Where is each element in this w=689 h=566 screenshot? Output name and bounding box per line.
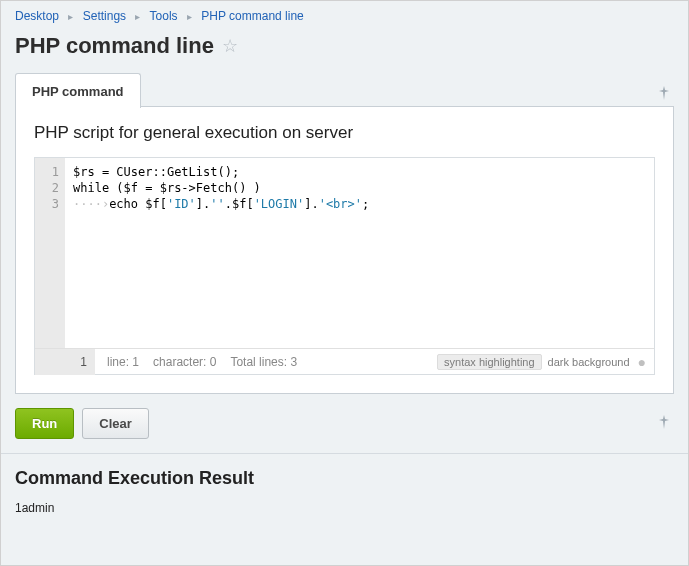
breadcrumb-item-current[interactable]: PHP command line <box>201 9 304 23</box>
tab-filler <box>141 71 654 107</box>
code-editor[interactable]: 1 2 3 $rs = CUser::GetList(); while ($f … <box>34 157 655 375</box>
editor-gutter: 1 2 3 <box>35 158 65 348</box>
code-line: $rs = CUser::GetList(); <box>73 165 239 179</box>
code-text: ; <box>362 197 369 211</box>
editor-status-bar: 1 line: 1 character: 0 Total lines: 3 sy… <box>35 348 654 374</box>
page-title: PHP command line <box>15 33 214 59</box>
code-text: .$f[ <box>225 197 254 211</box>
tab-php-command[interactable]: PHP command <box>15 73 141 108</box>
code-string: 'ID' <box>167 197 196 211</box>
editor-body[interactable]: 1 2 3 $rs = CUser::GetList(); while ($f … <box>35 158 654 348</box>
line-number: 2 <box>35 180 59 196</box>
status-info: line: 1 character: 0 Total lines: 3 <box>95 355 309 369</box>
status-total: Total lines: 3 <box>230 355 297 369</box>
syntax-highlighting-toggle[interactable]: syntax highlighting <box>437 354 542 370</box>
button-row: Run Clear <box>1 394 688 447</box>
status-line: line: 1 <box>107 355 139 369</box>
chevron-right-icon: ▸ <box>68 11 73 22</box>
code-text: ]. <box>304 197 318 211</box>
chevron-right-icon: ▸ <box>135 11 140 22</box>
code-string: 'LOGIN' <box>254 197 305 211</box>
code-text: echo $f[ <box>109 197 167 211</box>
clear-button[interactable]: Clear <box>82 408 149 439</box>
code-string: '<br>' <box>319 197 362 211</box>
breadcrumb: Desktop ▸ Settings ▸ Tools ▸ PHP command… <box>1 1 688 27</box>
line-number: 1 <box>35 164 59 180</box>
resize-handle-icon[interactable]: ● <box>638 354 646 370</box>
panel: PHP script for general execution on serv… <box>15 107 674 394</box>
run-button[interactable]: Run <box>15 408 74 439</box>
code-string: '' <box>210 197 224 211</box>
chevron-right-icon: ▸ <box>187 11 192 22</box>
panel-title: PHP script for general execution on serv… <box>34 123 655 143</box>
code-text: ]. <box>196 197 210 211</box>
result-output: 1admin <box>1 497 688 519</box>
status-current-line: 1 <box>35 349 95 375</box>
pin-icon[interactable] <box>654 71 674 107</box>
dark-background-toggle[interactable]: dark background <box>548 356 630 368</box>
line-number: 3 <box>35 196 59 212</box>
pin-icon[interactable] <box>658 415 674 432</box>
star-icon[interactable]: ☆ <box>222 35 238 57</box>
breadcrumb-item-tools[interactable]: Tools <box>150 9 178 23</box>
whitespace-marker: ····› <box>73 197 109 211</box>
title-row: PHP command line ☆ <box>1 27 688 71</box>
editor-code[interactable]: $rs = CUser::GetList(); while ($f = $rs-… <box>65 158 654 348</box>
result-title: Command Execution Result <box>1 454 688 497</box>
breadcrumb-item-settings[interactable]: Settings <box>83 9 126 23</box>
breadcrumb-item-desktop[interactable]: Desktop <box>15 9 59 23</box>
tabs: PHP command <box>1 71 688 107</box>
status-char: character: 0 <box>153 355 216 369</box>
code-line: while ($f = $rs->Fetch() ) <box>73 181 261 195</box>
